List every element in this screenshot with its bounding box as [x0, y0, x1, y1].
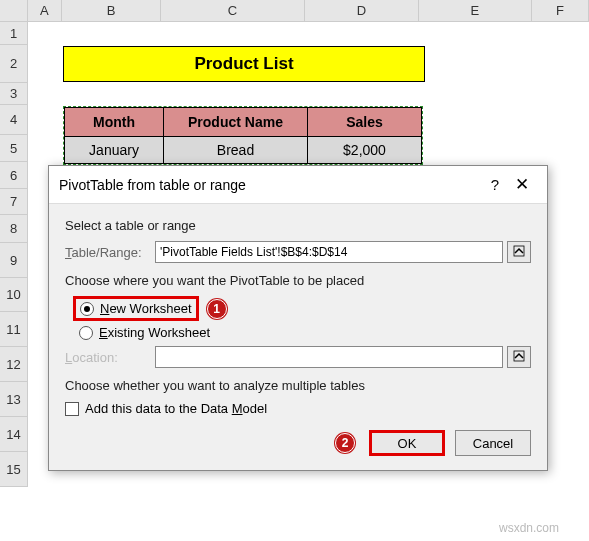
radio-new-worksheet-row: New Worksheet 1 — [73, 296, 531, 321]
annotation-badge-2: 2 — [335, 433, 355, 453]
row-head-9[interactable]: 9 — [0, 243, 28, 278]
highlight-new-worksheet: New Worksheet — [73, 296, 199, 321]
pivottable-dialog: PivotTable from table or range ? ✕ Selec… — [48, 165, 548, 471]
dialog-body: Select a table or range Table/Range: Cho… — [49, 204, 547, 470]
location-collapse-button[interactable] — [507, 346, 531, 368]
ok-button[interactable]: OK — [369, 430, 445, 456]
data-model-row: Add this data to the Data Model — [65, 401, 531, 416]
row-head-1[interactable]: 1 — [0, 22, 28, 45]
col-head-F[interactable]: F — [532, 0, 589, 21]
row-head-10[interactable]: 10 — [0, 278, 28, 312]
cell-product[interactable]: Bread — [164, 137, 308, 164]
data-model-label[interactable]: Add this data to the Data Model — [85, 401, 267, 416]
table-range-row: Table/Range: — [65, 241, 531, 263]
radio-new-worksheet-label[interactable]: New Worksheet — [100, 301, 192, 316]
section-placement: Choose where you want the PivotTable to … — [65, 273, 531, 288]
help-button[interactable]: ? — [483, 176, 507, 193]
svg-rect-0 — [514, 246, 524, 256]
row-head-11[interactable]: 11 — [0, 312, 28, 347]
section-multiple-tables: Choose whether you want to analyze multi… — [65, 378, 531, 393]
row-headers: 1 2 3 4 5 6 7 8 9 10 11 12 13 14 15 — [0, 22, 28, 487]
row-head-12[interactable]: 12 — [0, 347, 28, 382]
collapse-dialog-button[interactable] — [507, 241, 531, 263]
annotation-badge-1: 1 — [207, 299, 227, 319]
radio-new-worksheet[interactable] — [80, 302, 94, 316]
svg-rect-1 — [514, 351, 524, 361]
location-input[interactable] — [155, 346, 503, 368]
table-range-label: Table/Range: — [65, 245, 155, 260]
cell-month[interactable]: January — [65, 137, 164, 164]
row-head-3[interactable]: 3 — [0, 83, 28, 105]
location-row: Location: — [65, 346, 531, 368]
location-label: Location: — [65, 350, 155, 365]
col-head-C[interactable]: C — [161, 0, 305, 21]
header-sales[interactable]: Sales — [308, 108, 422, 137]
header-product[interactable]: Product Name — [164, 108, 308, 137]
row-head-8[interactable]: 8 — [0, 215, 28, 243]
placement-radio-group: New Worksheet 1 Existing Worksheet — [73, 296, 531, 340]
cancel-button[interactable]: Cancel — [455, 430, 531, 456]
select-all-corner[interactable] — [0, 0, 28, 21]
collapse-icon — [513, 245, 525, 260]
table-row: January Bread $2,000 — [65, 137, 422, 164]
data-model-checkbox[interactable] — [65, 402, 79, 416]
row-head-4[interactable]: 4 — [0, 105, 28, 135]
col-head-E[interactable]: E — [419, 0, 532, 21]
close-button[interactable]: ✕ — [507, 174, 537, 195]
column-headers: A B C D E F — [0, 0, 589, 22]
col-head-A[interactable]: A — [28, 0, 62, 21]
row-head-5[interactable]: 5 — [0, 135, 28, 162]
radio-existing-worksheet-row: Existing Worksheet — [79, 325, 531, 340]
data-table[interactable]: Month Product Name Sales January Bread $… — [63, 106, 423, 165]
row-head-2[interactable]: 2 — [0, 45, 28, 83]
row-head-14[interactable]: 14 — [0, 417, 28, 452]
header-month[interactable]: Month — [65, 108, 164, 137]
dialog-button-row: 2 OK Cancel — [65, 430, 531, 456]
row-head-7[interactable]: 7 — [0, 189, 28, 215]
cell-sales[interactable]: $2,000 — [308, 137, 422, 164]
dialog-title-text: PivotTable from table or range — [59, 177, 483, 193]
title-merged-cell[interactable]: Product List — [63, 46, 425, 82]
watermark: wsxdn.com — [499, 521, 559, 535]
col-head-B[interactable]: B — [62, 0, 161, 21]
row-head-6[interactable]: 6 — [0, 162, 28, 189]
table-header-row: Month Product Name Sales — [65, 108, 422, 137]
col-head-D[interactable]: D — [305, 0, 419, 21]
radio-existing-worksheet-label[interactable]: Existing Worksheet — [99, 325, 210, 340]
radio-existing-worksheet[interactable] — [79, 326, 93, 340]
section-select-range: Select a table or range — [65, 218, 531, 233]
row-head-13[interactable]: 13 — [0, 382, 28, 417]
collapse-icon — [513, 350, 525, 365]
table-range-input[interactable] — [155, 241, 503, 263]
row-head-15[interactable]: 15 — [0, 452, 28, 487]
dialog-titlebar: PivotTable from table or range ? ✕ — [49, 166, 547, 204]
